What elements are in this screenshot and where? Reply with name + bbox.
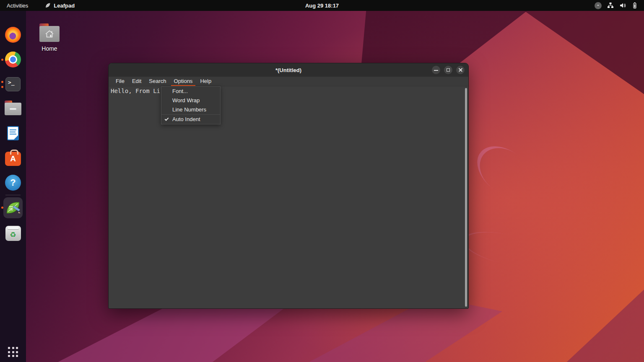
- vertical-scrollbar[interactable]: [465, 88, 467, 307]
- dock-item-trash[interactable]: ♻: [5, 225, 21, 242]
- system-tray: [595, 0, 644, 11]
- dock-item-ubuntu-software[interactable]: A: [5, 150, 21, 166]
- chrome-icon: [5, 52, 21, 67]
- editor-text: Hello, From Li: [111, 88, 160, 94]
- wallpaper-swoosh: [467, 136, 543, 207]
- show-applications-button[interactable]: [8, 347, 18, 357]
- home-folder-icon: [39, 26, 60, 42]
- top-bar: Activities Leafpad Aug 29 18:17: [0, 0, 644, 11]
- window-title: *(Untitled): [275, 67, 301, 73]
- libreoffice-writer-icon: [7, 126, 19, 140]
- dock: >_ A ?: [0, 11, 26, 362]
- battery-icon[interactable]: [631, 2, 638, 9]
- menu-item-line-numbers[interactable]: Line Numbers: [161, 105, 220, 114]
- running-dot: [1, 59, 3, 61]
- minimize-icon: [434, 70, 438, 71]
- focused-app-name: Leafpad: [54, 3, 75, 9]
- running-dot: [1, 81, 3, 83]
- close-button[interactable]: [456, 66, 465, 74]
- wallpaper-swoosh: [459, 225, 556, 273]
- clock[interactable]: Aug 29 18:17: [300, 0, 344, 11]
- trash-icon: ♻: [5, 226, 21, 241]
- firefox-icon: [5, 27, 21, 43]
- menu-item-font[interactable]: Font...: [161, 87, 220, 96]
- messenger-bolt-glyph: [596, 3, 600, 8]
- check-icon: [165, 117, 169, 121]
- desktop-screen: Activities Leafpad Aug 29 18:17: [0, 0, 644, 362]
- menu-file[interactable]: File: [112, 77, 128, 86]
- options-dropdown-menu: Font... Word Wrap Line Numbers Auto Inde…: [161, 86, 221, 124]
- messenger-icon[interactable]: [595, 2, 602, 9]
- menu-item-auto-indent[interactable]: Auto Indent: [161, 115, 220, 124]
- menu-bar: File Edit Search Options Help: [109, 77, 468, 86]
- dock-item-leafpad[interactable]: [3, 197, 23, 218]
- maximize-icon: [447, 68, 450, 72]
- menu-edit[interactable]: Edit: [128, 77, 145, 86]
- desktop-icon-home[interactable]: Home: [37, 23, 62, 52]
- dock-item-firefox[interactable]: [5, 26, 21, 43]
- desktop-icon-label: Home: [37, 45, 62, 52]
- titlebar[interactable]: *(Untitled): [109, 63, 468, 77]
- dock-separator: [5, 195, 21, 195]
- files-icon: [5, 103, 21, 115]
- running-dot: [1, 86, 3, 88]
- terminal-icon: >_: [5, 77, 21, 91]
- dock-item-help[interactable]: ?: [5, 174, 21, 191]
- maximize-button[interactable]: [444, 66, 452, 74]
- wired-network-icon[interactable]: [607, 2, 614, 9]
- window-controls: [432, 66, 465, 74]
- house-glyph: [44, 29, 55, 39]
- ubuntu-software-icon: A: [5, 152, 21, 166]
- dock-item-libreoffice-writer[interactable]: [5, 125, 21, 142]
- leafpad-icon: [5, 199, 21, 216]
- leafpad-window: *(Untitled) File Edit Search Options Hel…: [108, 63, 469, 309]
- volume-icon[interactable]: [619, 2, 626, 9]
- menu-help[interactable]: Help: [196, 77, 215, 86]
- focused-app-indicator[interactable]: Leafpad: [45, 3, 75, 9]
- dock-item-chrome[interactable]: [5, 51, 21, 68]
- dock-item-files[interactable]: [5, 101, 21, 117]
- running-dot: [1, 207, 3, 209]
- minimize-button[interactable]: [432, 66, 440, 74]
- menu-search[interactable]: Search: [145, 77, 170, 86]
- menu-options[interactable]: Options: [170, 77, 197, 86]
- help-icon: ?: [5, 175, 21, 191]
- dock-item-terminal[interactable]: >_: [5, 76, 21, 93]
- activities-button[interactable]: Activities: [0, 0, 36, 11]
- leafpad-leaf-icon: [45, 3, 51, 8]
- menu-item-word-wrap[interactable]: Word Wrap: [161, 96, 220, 105]
- menu-item-label: Auto Indent: [172, 116, 200, 122]
